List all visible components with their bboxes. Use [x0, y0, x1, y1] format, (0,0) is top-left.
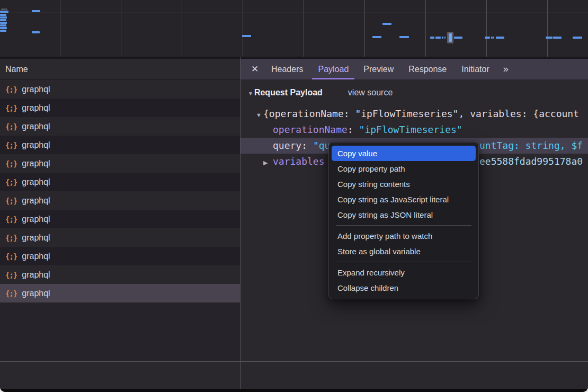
token: query — [273, 140, 301, 151]
request-row[interactable]: {;}graphql — [0, 191, 240, 210]
request-name: graphql — [22, 196, 50, 206]
request-name: graphql — [22, 122, 50, 131]
menu-item-copy-value[interactable]: Copy value — [332, 146, 476, 161]
json-braces-icon: {;} — [5, 159, 17, 168]
request-name: graphql — [22, 85, 50, 94]
section-title: Request Payload — [254, 88, 323, 97]
overview-gridline — [182, 0, 182, 57]
request-bar — [491, 37, 493, 39]
status-footer — [0, 362, 588, 389]
request-row[interactable]: {;}graphql — [0, 265, 240, 284]
name-column-header[interactable]: Name — [0, 59, 240, 80]
tab-initiator[interactable]: Initiator — [456, 59, 495, 79]
menu-item-store-as-global-variable[interactable]: Store as global variable — [329, 244, 478, 259]
overview-gridline — [547, 0, 548, 57]
request-bar — [573, 37, 582, 39]
payload-tree-line[interactable]: operationName: "ipFlowTimeseries" — [240, 122, 588, 138]
token: untTag: string, $f — [479, 138, 583, 154]
request-name: graphql — [22, 289, 50, 298]
overview-gridline — [60, 0, 60, 57]
menu-item-copy-string-as-json-literal[interactable]: Copy string as JSON literal — [329, 207, 478, 222]
request-row[interactable]: {;}graphql — [0, 247, 240, 265]
request-row[interactable]: {;}graphql — [0, 80, 240, 99]
request-row[interactable]: {;}graphql — [0, 284, 240, 302]
request-name: graphql — [22, 177, 50, 187]
request-bar — [442, 37, 443, 39]
request-name: graphql — [22, 159, 50, 168]
menu-item-expand-recursively[interactable]: Expand recursively — [329, 265, 478, 280]
json-braces-icon: {;} — [5, 122, 17, 131]
overview-gridline — [425, 0, 426, 57]
request-bar — [553, 37, 562, 39]
tab-preview[interactable]: Preview — [358, 59, 399, 79]
request-bar — [493, 37, 494, 39]
request-bar — [32, 10, 40, 12]
request-bar — [496, 37, 504, 39]
overview-gridline — [364, 0, 365, 57]
request-bar — [0, 11, 8, 13]
request-payload-section: ▼ Request Payload view source — [240, 79, 588, 106]
request-row[interactable]: {;}graphql — [0, 99, 240, 117]
collapse-arrow-icon[interactable]: ▼ — [248, 91, 253, 96]
token: variables — [273, 156, 325, 167]
json-braces-icon: {;} — [5, 85, 17, 94]
overview-gridline — [486, 0, 487, 57]
json-braces-icon: {;} — [5, 197, 17, 205]
request-name: graphql — [22, 140, 50, 150]
request-bar — [454, 37, 462, 39]
token: "ipFlowTimeseries" — [359, 124, 462, 135]
request-bar — [0, 16, 7, 19]
expand-arrow-icon[interactable]: ▼ — [256, 107, 263, 123]
overview-baseline — [0, 13, 588, 13]
json-braces-icon: {;} — [5, 289, 17, 298]
json-braces-icon: {;} — [5, 104, 17, 112]
tab-response[interactable]: Response — [403, 59, 452, 79]
request-bar — [0, 30, 6, 32]
payload-tree-line[interactable]: ▼{operationName: "ipFlowTimeseries", var… — [240, 106, 588, 122]
menu-item-collapse-children[interactable]: Collapse children — [329, 280, 478, 296]
menu-item-add-property-path-to-watch[interactable]: Add property path to watch — [329, 228, 478, 244]
token: : — [301, 140, 313, 151]
token: : — [348, 124, 359, 135]
request-bar — [546, 37, 553, 39]
menu-item-copy-string-as-javascript-literal[interactable]: Copy string as JavaScript literal — [329, 192, 478, 207]
request-row[interactable]: {;}graphql — [0, 210, 240, 228]
request-name: graphql — [22, 233, 50, 243]
bottom-edge — [0, 389, 588, 392]
token: {operationName: "ipFlowTimeseries", vari… — [263, 108, 579, 119]
request-bar — [485, 37, 490, 39]
token: ee5588fdad995178a0 — [479, 154, 583, 170]
request-row[interactable]: {;}graphql — [0, 136, 240, 154]
tab-bar: ✕ HeadersPayloadPreviewResponseInitiator… — [240, 59, 588, 79]
request-name: graphql — [22, 215, 50, 224]
tab-list: HeadersPayloadPreviewResponseInitiator — [264, 59, 497, 79]
request-name: graphql — [22, 103, 50, 113]
request-bar — [0, 19, 6, 21]
request-row[interactable]: {;}graphql — [0, 117, 240, 136]
tab-headers[interactable]: Headers — [265, 59, 309, 79]
tab-payload[interactable]: Payload — [312, 59, 354, 79]
request-bar — [444, 37, 446, 39]
request-name: graphql — [22, 252, 50, 261]
token: "qu — [313, 140, 331, 151]
request-bar — [0, 14, 6, 16]
json-braces-icon: {;} — [5, 271, 17, 279]
request-bar — [0, 22, 7, 24]
expand-arrow-icon[interactable]: ▶ — [263, 155, 273, 171]
menu-item-copy-property-path[interactable]: Copy property path — [329, 161, 478, 176]
request-row[interactable]: {;}graphql — [0, 173, 240, 191]
request-row[interactable]: {;}graphql — [0, 154, 240, 173]
request-row[interactable]: {;}graphql — [0, 228, 240, 247]
close-icon[interactable]: ✕ — [246, 59, 264, 79]
chevron-double-right-icon[interactable]: » — [498, 59, 513, 79]
menu-item-copy-string-contents[interactable]: Copy string contents — [329, 176, 478, 192]
token: operationName — [273, 124, 348, 135]
network-overview[interactable] — [0, 0, 588, 57]
devtools-window: Name {;}graphql{;}graphql{;}graphql{;}gr… — [0, 0, 588, 392]
json-braces-icon: {;} — [5, 215, 17, 224]
view-source-link[interactable]: view source — [348, 88, 393, 97]
panel-divider[interactable] — [240, 57, 240, 389]
json-braces-icon: {;} — [5, 234, 17, 242]
menu-separator — [336, 225, 471, 226]
context-menu: Copy valueCopy property pathCopy string … — [328, 142, 479, 299]
